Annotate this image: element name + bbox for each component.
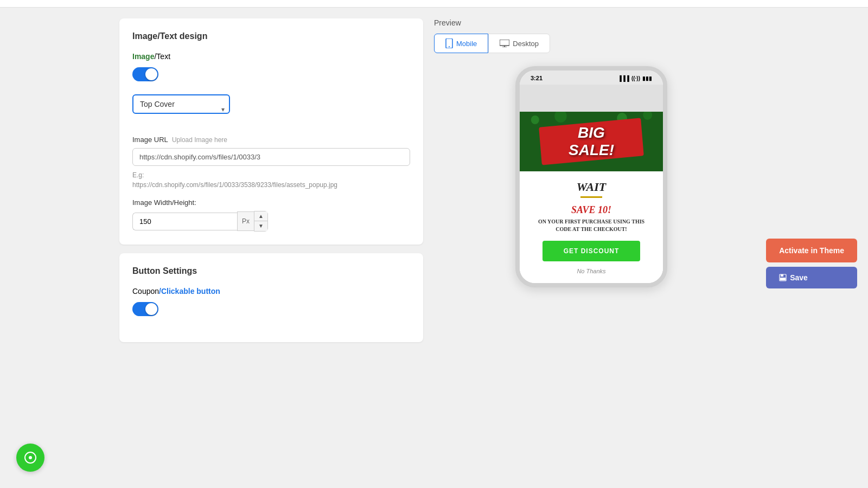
image-url-input[interactable] [132, 148, 410, 166]
stepper: ▲ ▼ [254, 211, 268, 232]
button-settings-card: Button Settings Coupon/Clickable button [119, 253, 423, 342]
main-content: Image/Text design Image/Text Top Cover B… [0, 8, 760, 362]
top-bar [0, 0, 868, 8]
svg-rect-12 [781, 274, 783, 277]
page-wrapper: Image/Text design Image/Text Top Cover B… [0, 0, 868, 488]
tab-mobile[interactable]: Mobile [434, 34, 488, 53]
coupon-toggle[interactable] [132, 302, 158, 316]
position-dropdown[interactable]: Top Cover Bottom Cover Left Right [132, 94, 230, 114]
popup-body: WAIT SAVE 10! ON YOUR FIRST PURCHASE USI… [520, 171, 663, 283]
image-text-label: Image/Text [132, 52, 410, 61]
save-text: SAVE 10! [531, 204, 652, 216]
dimension-label: Image Width/Height: [132, 198, 410, 207]
save-icon [779, 274, 787, 281]
popup-image: BIG SALE! [520, 112, 663, 171]
dropdown-wrapper: Top Cover Bottom Cover Left Right ▾ [132, 94, 230, 125]
image-url-hint: E.g: https://cdn.shopify.com/s/files/1/0… [132, 170, 410, 190]
dimension-input-wrapper: Px ▲ ▼ [132, 211, 230, 232]
card-title-image-text: Image/Text design [132, 31, 410, 41]
svg-point-1 [449, 46, 450, 47]
big-sale-overlay: BIG SALE! [569, 124, 614, 159]
phone-time: 3:21 [531, 75, 542, 81]
image-label-suffix: /Text [154, 52, 170, 61]
stepper-down[interactable]: ▼ [254, 221, 267, 231]
preview-tabs: Mobile Desktop [434, 34, 749, 53]
activate-theme-button[interactable]: Activate in Theme [766, 239, 857, 262]
preview-label: Preview [434, 18, 749, 27]
image-text-toggle[interactable] [132, 67, 158, 81]
phone-mockup: 3:21 ▐▐▐ ((·)) ▮▮▮ [515, 66, 667, 287]
image-text-toggle-wrapper [132, 67, 410, 84]
wifi-icon: ((·)) [631, 75, 640, 81]
image-url-label: Image URL Upload Image here [132, 136, 410, 144]
tab-desktop[interactable]: Desktop [488, 34, 550, 53]
coupon-label-suffix: /Clickable button [159, 287, 220, 296]
floating-buttons: Activate in Theme Save [766, 239, 857, 288]
coupon-toggle-wrapper [132, 302, 410, 318]
px-label: Px [237, 211, 254, 231]
save-button[interactable]: Save [766, 267, 857, 288]
svg-rect-13 [780, 278, 786, 280]
image-text-card: Image/Text design Image/Text Top Cover B… [119, 18, 423, 245]
status-icons: ▐▐▐ ((·)) ▮▮▮ [618, 75, 652, 81]
battery-icon: ▮▮▮ [642, 75, 652, 81]
stepper-up[interactable]: ▲ [254, 211, 267, 221]
mobile-icon [445, 38, 453, 48]
desktop-icon [500, 40, 509, 47]
card-title-button: Button Settings [132, 266, 410, 276]
big-text: BIG SALE! [569, 124, 614, 159]
dimension-input[interactable] [132, 213, 237, 230]
svg-point-6 [531, 115, 539, 124]
svg-rect-2 [500, 40, 509, 46]
no-thanks-link[interactable]: No Thanks [531, 268, 652, 274]
image-label-green: Image [132, 52, 154, 61]
svg-point-15 [29, 456, 32, 459]
phone-status-bar: 3:21 ▐▐▐ ((·)) ▮▮▮ [520, 70, 663, 85]
upload-link[interactable]: Upload Image here [172, 136, 227, 144]
wait-text: WAIT [531, 180, 652, 194]
coupon-label: Coupon/Clickable button [132, 287, 410, 296]
right-panel: Preview Mobile Desktop [423, 18, 749, 351]
signal-icon: ▐▐▐ [618, 75, 629, 81]
left-panel: Image/Text design Image/Text Top Cover B… [119, 18, 423, 351]
chat-bubble[interactable] [16, 444, 44, 472]
wait-underline [580, 196, 602, 198]
description-text: ON YOUR FIRST PURCHASE USING THIS CODE A… [531, 218, 652, 233]
chat-icon [24, 451, 37, 464]
coupon-label-prefix: Coupon [132, 287, 159, 296]
popup-card: BIG SALE! WAIT SAVE 10! ON YOUR FIRST PU… [520, 112, 663, 283]
get-discount-button[interactable]: GET DISCOUNT [542, 241, 640, 261]
phone-top-area [520, 85, 663, 112]
